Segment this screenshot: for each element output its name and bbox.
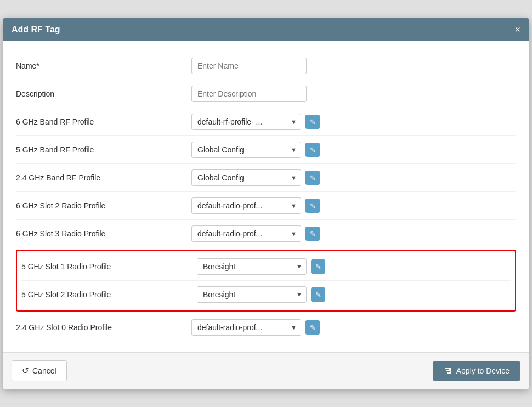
name-input[interactable] — [191, 58, 307, 74]
field-controls: Global Config▼✎ — [191, 169, 320, 186]
undo-icon: ↺ — [22, 366, 29, 376]
field-controls: default-radio-prof...▼✎ — [191, 319, 320, 336]
edit-icon: ✎ — [310, 230, 316, 238]
select-row: 2.4 GHz Slot 0 Radio Profiledefault-radi… — [16, 314, 516, 341]
select-row: 5 GHz Slot 1 Radio ProfileBoresight▼✎ — [21, 253, 511, 281]
select-row: 6 GHz Slot 3 Radio Profiledefault-radio-… — [16, 220, 516, 247]
edit-icon: ✎ — [310, 146, 316, 154]
highlighted-group: 5 GHz Slot 1 Radio ProfileBoresight▼✎5 G… — [16, 250, 516, 312]
dialog-header: Add RF Tag × — [3, 18, 529, 41]
apply-button[interactable]: 🖫 Apply to Device — [433, 361, 520, 381]
profile-select[interactable]: default-radio-prof... — [191, 225, 301, 242]
field-controls: Boresight▼✎ — [197, 258, 325, 275]
select-row: 5 GHz Slot 2 Radio ProfileBoresight▼✎ — [21, 281, 511, 308]
regular-fields-top: 6 GHz Band RF Profiledefault-rf-profile-… — [16, 108, 516, 247]
edit-icon-button[interactable]: ✎ — [311, 259, 325, 274]
field-label: 6 GHz Slot 3 Radio Profile — [16, 229, 191, 238]
description-row: Description — [16, 80, 516, 108]
field-controls: default-rf-profile- ...▼✎ — [191, 114, 320, 130]
edit-icon: ✎ — [310, 202, 316, 210]
description-label: Description — [16, 89, 191, 98]
profile-select[interactable]: default-rf-profile- ... — [191, 114, 301, 130]
cancel-label: Cancel — [32, 366, 56, 375]
select-row: 6 GHz Slot 2 Radio Profiledefault-radio-… — [16, 192, 516, 220]
description-input[interactable] — [191, 86, 307, 102]
edit-icon-button[interactable]: ✎ — [305, 199, 320, 213]
profile-select[interactable]: default-radio-prof... — [191, 319, 301, 336]
field-label: 2.4 GHz Slot 0 Radio Profile — [16, 323, 191, 332]
close-button[interactable]: × — [514, 25, 520, 35]
field-controls: Global Config▼✎ — [191, 142, 320, 158]
edit-icon: ✎ — [315, 291, 321, 299]
field-controls: default-radio-prof...▼✎ — [191, 225, 320, 242]
edit-icon: ✎ — [315, 263, 321, 271]
field-label: 6 GHz Band RF Profile — [16, 117, 191, 126]
edit-icon-button[interactable]: ✎ — [305, 320, 320, 335]
name-label: Name* — [16, 61, 191, 70]
profile-select[interactable]: Boresight — [197, 258, 307, 275]
field-label: 5 GHz Band RF Profile — [16, 145, 191, 154]
profile-select[interactable]: Global Config — [191, 142, 301, 158]
edit-icon-button[interactable]: ✎ — [305, 171, 320, 185]
edit-icon: ✎ — [310, 174, 316, 182]
dialog-footer: ↺ Cancel 🖫 Apply to Device — [3, 352, 529, 389]
field-label: 5 GHz Slot 1 Radio Profile — [21, 262, 197, 271]
select-row: 6 GHz Band RF Profiledefault-rf-profile-… — [16, 108, 516, 136]
profile-select[interactable]: default-radio-prof... — [191, 197, 301, 214]
edit-icon-button[interactable]: ✎ — [305, 143, 320, 157]
edit-icon-button[interactable]: ✎ — [311, 287, 325, 302]
edit-icon-button[interactable]: ✎ — [305, 227, 320, 241]
name-row: Name* — [16, 52, 516, 80]
profile-select[interactable]: Global Config — [191, 169, 301, 186]
add-rf-tag-dialog: Add RF Tag × Name* Description 6 GHz Ban… — [3, 18, 529, 389]
name-controls — [191, 58, 307, 74]
profile-select[interactable]: Boresight — [197, 286, 307, 303]
field-label: 6 GHz Slot 2 Radio Profile — [16, 201, 191, 210]
select-row: 2.4 GHz Band RF ProfileGlobal Config▼✎ — [16, 164, 516, 192]
save-icon: 🖫 — [444, 366, 452, 376]
apply-label: Apply to Device — [456, 366, 510, 375]
field-label: 2.4 GHz Band RF Profile — [16, 173, 191, 182]
dialog-body: Name* Description 6 GHz Band RF Profiled… — [3, 41, 529, 352]
field-controls: Boresight▼✎ — [197, 286, 325, 303]
cancel-button[interactable]: ↺ Cancel — [12, 360, 67, 381]
edit-icon-button[interactable]: ✎ — [305, 115, 320, 129]
edit-icon: ✎ — [310, 324, 316, 332]
select-row: 5 GHz Band RF ProfileGlobal Config▼✎ — [16, 136, 516, 164]
bottom-field-container: 2.4 GHz Slot 0 Radio Profiledefault-radi… — [16, 314, 516, 341]
field-controls: default-radio-prof...▼✎ — [191, 197, 320, 214]
edit-icon: ✎ — [310, 118, 316, 126]
dialog-title: Add RF Tag — [12, 25, 60, 35]
description-controls — [191, 86, 307, 102]
field-label: 5 GHz Slot 2 Radio Profile — [21, 290, 197, 299]
